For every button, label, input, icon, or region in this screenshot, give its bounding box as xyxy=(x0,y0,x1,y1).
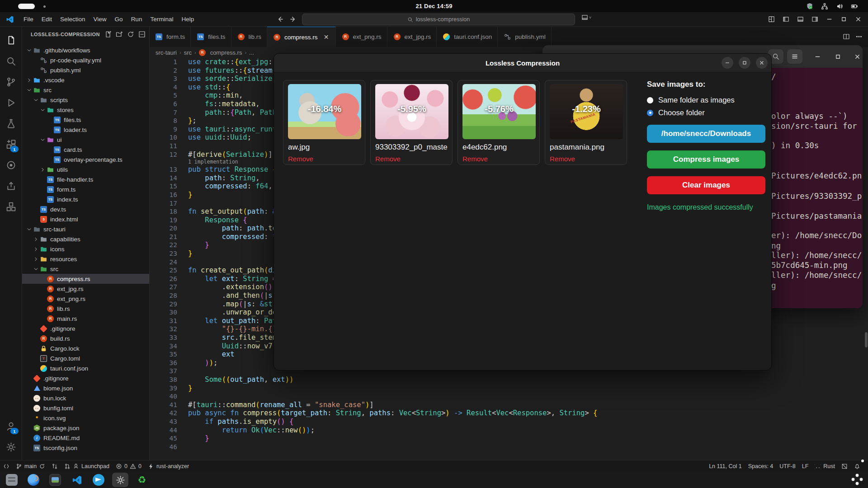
menu-terminal[interactable]: Terminal xyxy=(146,14,177,24)
toggle-sidebar-icon[interactable] xyxy=(779,14,792,25)
battery-icon[interactable] xyxy=(851,3,858,10)
taskbar-firefox[interactable] xyxy=(25,473,42,487)
activity-source-control[interactable] xyxy=(0,71,22,92)
window-maximize-icon[interactable] xyxy=(837,14,850,25)
tab-ext-jpg-rs[interactable]: Rext_jpg.rs xyxy=(387,26,437,47)
chevron-down-icon[interactable] xyxy=(33,266,39,272)
activity-extensions[interactable]: 1 xyxy=(0,134,22,155)
git-compare-item[interactable] xyxy=(48,460,61,472)
tree-item-overlay-percentage-ts[interactable]: TSoverlay-percentage.ts xyxy=(22,155,149,164)
nav-back-icon[interactable] xyxy=(277,16,283,23)
nav-forward-icon[interactable] xyxy=(290,16,297,23)
activity-screencast[interactable] xyxy=(0,155,22,175)
tab-tauri-conf-json[interactable]: tauri.conf.json xyxy=(437,26,498,47)
customize-layout-icon[interactable] xyxy=(765,14,778,25)
tree-item-readme-md[interactable]: iREADME.md xyxy=(22,433,149,443)
tree-item-form-ts[interactable]: TSform.ts xyxy=(22,184,149,194)
menu-selection[interactable]: Selection xyxy=(56,14,90,24)
radio-choose-folder[interactable]: Choose folder xyxy=(647,108,765,117)
cursor-position[interactable]: Ln 111, Col 1 xyxy=(706,460,745,472)
shield-check-icon[interactable] xyxy=(806,3,813,10)
tree-item--gitignore[interactable]: .gitignore xyxy=(22,373,149,383)
tree-item-bun-lock[interactable]: bun.lock xyxy=(22,393,149,403)
dialog-close-icon[interactable] xyxy=(756,57,768,69)
encoding[interactable]: UTF-8 xyxy=(776,460,798,472)
radio-dot[interactable] xyxy=(647,97,653,103)
tab-compress-rs[interactable]: Rcompress.rs✕ xyxy=(267,26,336,47)
tree-item-file-handler-ts[interactable]: TSfile-handler.ts xyxy=(22,174,149,184)
activity-settings[interactable] xyxy=(0,436,22,457)
tree-item-package-json[interactable]: JSpackage.json xyxy=(22,423,149,433)
terminal-menu-icon[interactable] xyxy=(787,49,802,64)
tree-item-index-html[interactable]: 5index.html xyxy=(22,214,149,224)
activity-testing[interactable] xyxy=(0,113,22,134)
formatter-item[interactable] xyxy=(838,460,851,472)
tree-item--gitignore[interactable]: .gitignore xyxy=(22,324,149,333)
notifications-item[interactable] xyxy=(851,460,863,472)
taskbar-recycle[interactable]: ♻ xyxy=(134,473,150,487)
tree-item-loader-ts[interactable]: TSloader.ts xyxy=(22,125,149,135)
dialog-titlebar[interactable]: Lossless Compression xyxy=(274,54,771,72)
tab-form-ts[interactable]: TSform.ts xyxy=(149,26,191,47)
indentation[interactable]: Spaces: 4 xyxy=(745,460,777,472)
chevron-down-icon[interactable] xyxy=(26,226,33,233)
remove-link[interactable]: Remove xyxy=(375,155,448,163)
activity-remote-explorer[interactable] xyxy=(0,196,22,217)
more-actions-icon[interactable] xyxy=(855,33,863,40)
window-minimize-icon[interactable] xyxy=(823,14,835,25)
chevron-down-icon[interactable] xyxy=(26,87,33,94)
compress-images-button[interactable]: Compress images xyxy=(647,150,765,169)
chevron-down-icon[interactable] xyxy=(33,97,39,103)
split-editor-icon[interactable] xyxy=(843,33,850,40)
tree-item-card-ts[interactable]: TScard.ts xyxy=(22,145,149,155)
rust-analyzer-item[interactable]: rust-analyzer xyxy=(145,460,192,472)
tree-item-index-ts[interactable]: TSindex.ts xyxy=(22,194,149,204)
tree-item--github-workflows[interactable]: .github/workflows xyxy=(22,45,149,55)
activity-accounts[interactable]: 1 xyxy=(0,416,22,436)
chevron-right-icon[interactable] xyxy=(33,246,39,253)
eol[interactable]: LF xyxy=(799,460,812,472)
system-tray[interactable] xyxy=(806,0,858,12)
tree-item-ext-jpg-rs[interactable]: Rext_jpg.rs xyxy=(22,284,149,294)
workspace-switcher-icon[interactable] xyxy=(851,473,863,486)
chevron-right-icon[interactable] xyxy=(33,236,39,243)
network-icon[interactable] xyxy=(821,3,828,10)
search-input[interactable]: lossless-compression xyxy=(302,14,575,25)
taskbar-image-viewer[interactable] xyxy=(47,473,63,487)
tree-item--vscode[interactable]: .vscode xyxy=(22,75,149,85)
tree-item-resources[interactable]: resources xyxy=(22,254,149,264)
tab-lib-rs[interactable]: Rlib.rs xyxy=(231,26,268,47)
tree-item-files-ts[interactable]: TSfiles.ts xyxy=(22,115,149,125)
editor-scrollbar[interactable] xyxy=(865,332,868,347)
taskbar-file-manager[interactable] xyxy=(4,473,20,487)
tree-item-dev-ts[interactable]: TSdev.ts xyxy=(22,204,149,214)
tree-item-stores[interactable]: stores xyxy=(22,105,149,115)
tree-item-src[interactable]: src xyxy=(22,85,149,95)
tree-item-pr-code-quality-yml[interactable]: pr-code-quality.yml xyxy=(22,55,149,65)
tree-item-ui[interactable]: ui xyxy=(22,135,149,145)
chevron-right-icon[interactable] xyxy=(26,77,33,84)
tree-item-src[interactable]: src xyxy=(22,264,149,274)
tree-item-utils[interactable]: utils xyxy=(22,164,149,174)
clear-images-button[interactable]: Clear images xyxy=(647,176,765,194)
tree-item-compress-rs[interactable]: Rcompress.rs xyxy=(22,274,149,284)
choose-folder-button[interactable]: /home/snecc/Downloads xyxy=(647,125,765,143)
terminal-minimize-icon[interactable] xyxy=(810,49,825,64)
tab-ext-png-rs[interactable]: Rext_png.rs xyxy=(336,26,387,47)
volume-icon[interactable] xyxy=(836,3,843,10)
tree-item-cargo-toml[interactable]: TCargo.toml xyxy=(22,353,149,363)
tree-item-main-rs[interactable]: Rmain.rs xyxy=(22,314,149,324)
chevron-down-icon[interactable] xyxy=(39,107,46,113)
activity-explorer[interactable] xyxy=(0,30,22,51)
tab-publish-yml[interactable]: publish.yml xyxy=(498,26,552,47)
new-file-icon[interactable] xyxy=(104,31,112,38)
toggle-panel-icon[interactable] xyxy=(794,14,807,25)
chevron-down-icon[interactable] xyxy=(39,136,46,143)
chevron-right-icon[interactable] xyxy=(39,166,46,173)
dialog-maximize-icon[interactable] xyxy=(739,57,750,69)
copilot-layout-button[interactable]: ˅ xyxy=(581,14,591,21)
activity-search[interactable] xyxy=(0,51,22,71)
taskbar-vscode[interactable] xyxy=(69,473,85,487)
remove-link[interactable]: Remove xyxy=(288,155,360,163)
radio-same-folder[interactable]: Same folder as images xyxy=(647,96,765,104)
